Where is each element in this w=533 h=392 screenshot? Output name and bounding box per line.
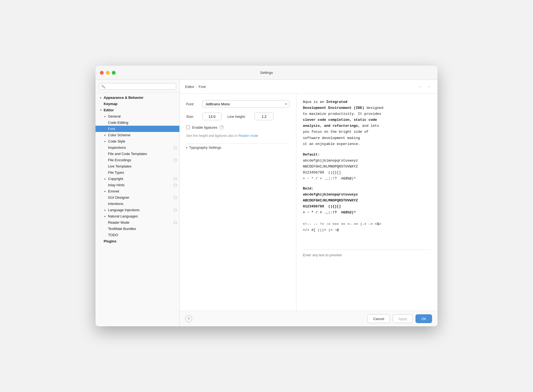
preview-bold-title: Bold: <box>303 186 431 191</box>
sidebar-item-label: File Encodings <box>108 158 131 162</box>
sidebar-item-keymap[interactable]: Keymap <box>96 101 179 107</box>
chevron-icon <box>99 108 103 112</box>
badge-icon <box>173 196 177 199</box>
size-input[interactable] <box>202 113 221 120</box>
sidebar-item-appearance[interactable]: Appearance & Behavior <box>96 94 179 101</box>
sidebar-item-label: Appearance & Behavior <box>104 96 144 100</box>
preview-bold-line-3: 0123456789 (){}[] <box>303 204 431 210</box>
sidebar-item-inlay-hints[interactable]: Inlay Hints <box>96 182 179 188</box>
sidebar-item-label: Inlay Hints <box>108 183 125 187</box>
size-label: Size: <box>186 115 200 119</box>
preview-text-input[interactable] <box>303 253 431 257</box>
sidebar-item-color-scheme[interactable]: Color Scheme <box>96 132 179 138</box>
sidebar-item-natural-languages[interactable]: Natural Languages <box>96 213 179 219</box>
search-icon: 🔍 <box>101 85 105 88</box>
font-select[interactable]: JetBrains Mono <box>202 100 290 108</box>
sidebar-item-label: Keymap <box>104 102 118 106</box>
sidebar-item-textmate-bundles[interactable]: TextMate Bundles <box>96 226 179 232</box>
ligatures-label[interactable]: Enable ligatures <box>192 125 217 129</box>
sidebar-item-file-encodings[interactable]: File Encodings <box>96 157 179 163</box>
sidebar-item-language-injections[interactable]: Language Injections <box>96 207 179 213</box>
typography-chevron-icon: ▸ <box>186 146 188 149</box>
hint-text: See line height and ligatures also in Re… <box>186 133 290 138</box>
svg-rect-5 <box>174 209 177 211</box>
sidebar-item-label: Code Editing <box>108 121 128 125</box>
sidebar-item-label: Reader Mode <box>108 220 129 225</box>
sidebar-item-code-editing[interactable]: Code Editing <box>96 119 179 126</box>
line-height-input[interactable] <box>255 113 274 120</box>
preview-bold-text2: clever code completion, static codeanaly… <box>303 118 377 128</box>
sidebar-item-todo[interactable]: TODO <box>96 232 179 238</box>
ligatures-checkbox[interactable] <box>186 125 190 129</box>
ligatures-row: Enable ligatures ? <box>186 125 290 129</box>
search-bar: 🔍 <box>96 80 179 93</box>
preview-default-line-4: + - * / = .,;:!? #&$%@|^ <box>303 176 431 182</box>
badge-icon <box>173 209 177 211</box>
help-icon[interactable]: ? <box>220 125 224 129</box>
size-field-row: Size: Line height: <box>186 113 290 120</box>
sidebar-item-file-code-templates[interactable]: File and Code Templates <box>96 151 179 157</box>
sidebar-item-intentions[interactable]: Intentions <box>96 201 179 207</box>
badge-icon <box>173 178 177 180</box>
minimize-button[interactable] <box>106 71 110 75</box>
close-button[interactable] <box>100 71 104 75</box>
cancel-button[interactable]: Cancel <box>367 314 390 323</box>
reader-mode-link[interactable]: Reader mode <box>239 134 258 138</box>
badge-icon <box>173 184 177 186</box>
nav-back-button[interactable]: ← <box>417 84 423 90</box>
sidebar-item-live-templates[interactable]: Live Templates <box>96 163 179 169</box>
sidebar-item-label: File Types <box>108 170 124 175</box>
badge-icon <box>173 221 177 224</box>
sidebar-item-label: Copyright <box>108 177 123 181</box>
window-title: Settings <box>260 71 273 75</box>
sidebar-item-file-types[interactable]: File Types <box>96 169 179 176</box>
sidebar-item-code-style[interactable]: Code Style <box>96 138 179 144</box>
preview-ligatures-section: <!-- -- != := === >= >- => |-> -> <$> </… <box>303 221 431 233</box>
main-content: 🔍 Appearance & Behavior Keymap <box>96 80 437 326</box>
bottom-right: Cancel Apply OK <box>367 314 432 323</box>
search-input[interactable] <box>107 84 174 88</box>
line-height-label: Line height: <box>227 115 252 119</box>
sidebar-item-emmet[interactable]: Emmet <box>96 188 179 194</box>
preview-default-line-1: abcdefghijklmnopqrstuvwxyz <box>303 158 431 164</box>
breadcrumb-parent: Editor <box>185 85 194 89</box>
chevron-icon <box>103 208 107 212</box>
maximize-button[interactable] <box>112 71 116 75</box>
sidebar-item-gui-designer[interactable]: GUI Designer <box>96 194 179 201</box>
apply-button[interactable]: Apply <box>393 314 413 323</box>
sidebar-item-label: Code Style <box>108 139 125 143</box>
chevron-icon <box>103 177 107 181</box>
svg-rect-2 <box>174 178 177 180</box>
font-label: Font: <box>186 102 200 106</box>
preview-default-line-3: 0123456789 (){}[] <box>303 170 431 176</box>
right-panel: Editor › Font ← → Font: <box>180 80 437 326</box>
typography-header[interactable]: ▸ Typography Settings <box>186 144 290 151</box>
svg-rect-0 <box>174 147 177 149</box>
ok-button[interactable]: OK <box>415 314 432 323</box>
sidebar-item-label: Emmet <box>108 189 119 193</box>
sidebar-item-reader-mode[interactable]: Reader Mode <box>96 219 179 226</box>
preview-bold-line-1: abcdefghijklmnopqrstuvwxyz <box>303 192 431 198</box>
sidebar-item-inspections[interactable]: Inspections <box>96 144 179 151</box>
svg-rect-4 <box>174 197 177 199</box>
sidebar: 🔍 Appearance & Behavior Keymap <box>96 80 180 326</box>
chevron-icon <box>103 115 107 118</box>
chevron-icon <box>103 214 107 218</box>
sidebar-item-editor[interactable]: Editor <box>96 107 179 113</box>
search-wrap[interactable]: 🔍 <box>99 83 176 90</box>
sidebar-item-general[interactable]: General <box>96 113 179 119</box>
help-button[interactable]: ? <box>185 315 192 322</box>
sidebar-item-font[interactable]: Font <box>96 126 179 132</box>
nav-arrows: ← → <box>417 84 432 90</box>
preview-bold-section: Bold: abcdefghijklmnopqrstuvwxyz ABCDEFG… <box>303 186 431 216</box>
sidebar-tree: Appearance & Behavior Keymap Editor Gene… <box>96 93 179 326</box>
badge-icon <box>173 146 177 149</box>
sidebar-item-plugins[interactable]: Plugins <box>96 238 179 244</box>
sidebar-item-label: GUI Designer <box>108 195 129 200</box>
font-select-wrap[interactable]: JetBrains Mono ▾ <box>202 100 290 108</box>
nav-forward-button[interactable]: → <box>426 84 432 90</box>
sidebar-item-label: Live Templates <box>108 164 131 168</box>
bottom-left: ? <box>185 315 192 322</box>
sidebar-item-copyright[interactable]: Copyright <box>96 176 179 182</box>
preview-area: Aqua is an IntegratedDevelopment Environ… <box>296 94 437 311</box>
